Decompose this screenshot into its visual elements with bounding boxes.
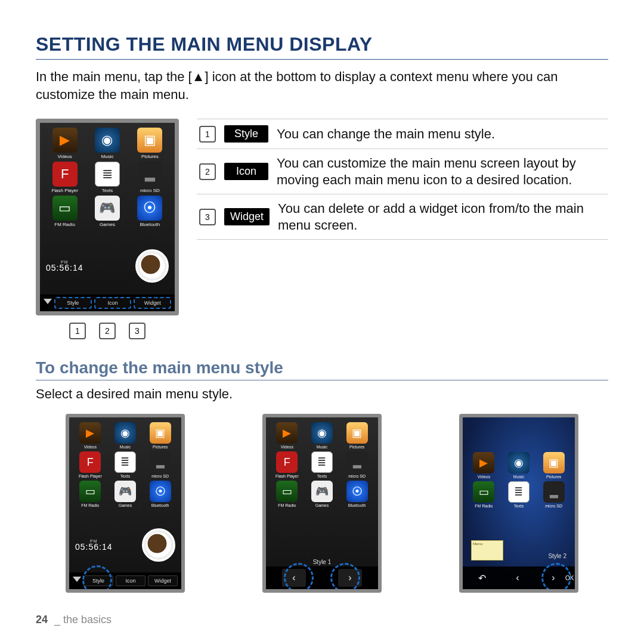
games-icon: 🎮 (95, 196, 120, 221)
widget-chip: Widget (224, 208, 270, 225)
coffee-widget-icon (142, 528, 175, 562)
row-text: You can customize the main menu screen l… (277, 155, 606, 188)
row-number: 2 (199, 163, 216, 180)
app-label: Music (101, 154, 114, 159)
phone-style-b: ▶Videos ◉Music ▣Pictures FFlash Player ≣… (262, 414, 382, 593)
phone-style-a: ▶Videos ◉Music ▣Pictures FFlash Player ≣… (66, 414, 185, 593)
videos-icon: ▶ (79, 422, 101, 444)
callout-1: 1 (69, 323, 86, 339)
texts-icon: ≣ (95, 162, 120, 187)
row-text: You can delete or add a widget icon from… (278, 200, 606, 233)
style-name-label: Style 1 (266, 559, 378, 565)
music-icon: ◉ (114, 422, 136, 444)
callout-2: 2 (99, 323, 116, 339)
style-button[interactable]: Style (54, 297, 92, 309)
app-label: Videos (58, 154, 72, 159)
app-label: micro SD (140, 188, 160, 193)
style-chip: Style (224, 125, 268, 143)
flash-icon: F (79, 451, 101, 473)
phone-screen: ▶Videos ◉Music ▣Pictures FFlash Player ≣… (36, 119, 179, 315)
collapse-icon[interactable] (44, 299, 52, 307)
sd-icon: ▂ (150, 451, 171, 473)
coffee-widget-icon (135, 249, 169, 283)
widget-button[interactable]: Widget (134, 297, 171, 309)
bluetooth-icon: ⦿ (150, 481, 171, 502)
app-label: Games (100, 222, 115, 227)
row-number: 1 (199, 126, 216, 143)
phone-main: ▶Videos ◉Music ▣Pictures FFlash Player ≣… (36, 119, 179, 339)
music-icon: ◉ (95, 128, 120, 153)
videos-icon: ▶ (52, 128, 78, 153)
context-menu-bar: Style Icon Widget (40, 295, 175, 311)
table-row: 3 Widget You can delete or add a widget … (197, 194, 608, 240)
page-title: SETTING THE MAIN MENU DISPLAY (36, 33, 608, 60)
callout-numbers: 1 2 3 (36, 323, 179, 339)
app-label: Bluetooth (140, 222, 160, 227)
intro-text: In the main menu, tap the [▲] icon at th… (36, 68, 608, 103)
radio-icon: ▭ (79, 481, 101, 502)
row-text: You can change the main menu style. (277, 126, 495, 143)
row-number: 3 (199, 209, 216, 225)
subheading: To change the main menu style (36, 358, 608, 380)
page-footer: 24 _ the basics (36, 614, 112, 626)
highlight-circle-icon (82, 565, 112, 593)
memo-widget: Memo (471, 540, 503, 561)
games-icon: 🎮 (114, 481, 136, 502)
options-table: 1 Style You can change the main menu sty… (197, 119, 608, 240)
radio-icon: ▭ (52, 196, 78, 221)
page-number: 24 (36, 614, 48, 626)
table-row: 2 Icon You can customize the main menu s… (197, 149, 608, 194)
bluetooth-icon: ⦿ (137, 196, 162, 221)
pictures-icon: ▣ (150, 422, 171, 444)
collapse-icon[interactable] (73, 577, 81, 585)
texts-icon: ≣ (114, 451, 136, 473)
callout-3: 3 (129, 323, 145, 339)
app-label: Pictures (141, 154, 159, 159)
widget-button[interactable]: Widget (148, 575, 178, 586)
flash-icon: F (52, 162, 78, 187)
app-label: Flash Player (51, 188, 78, 193)
prev-button[interactable]: ‹ (506, 569, 530, 587)
back-button[interactable]: ↶ (470, 569, 494, 587)
style-name-label: Style 2 (548, 553, 566, 559)
pictures-icon: ▣ (137, 128, 162, 153)
sub-text: Select a desired main menu style. (36, 386, 608, 402)
section-name: the basics (63, 614, 112, 626)
app-label: Texts (102, 188, 113, 193)
app-label: FM Radio (54, 222, 75, 227)
icon-chip: Icon (224, 163, 268, 180)
clock: PM05:56:14 (46, 260, 83, 273)
icon-button[interactable]: Icon (94, 297, 132, 309)
sd-icon: ▂ (137, 162, 162, 187)
table-row: 1 Style You can change the main menu sty… (197, 119, 608, 149)
icon-button[interactable]: Icon (116, 575, 145, 586)
phone-style-c: ▶Videos ◉Music ▣Pictures ▭FM Radio ≣Text… (459, 414, 578, 593)
